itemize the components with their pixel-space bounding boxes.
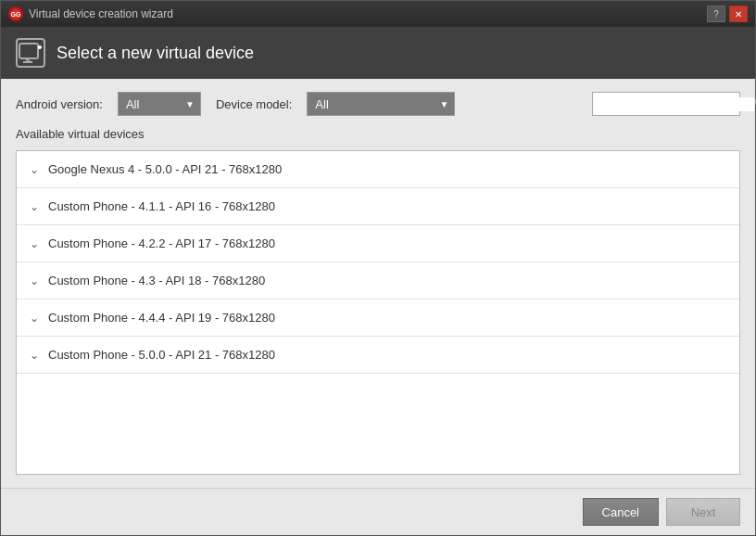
header-icon [16,38,45,68]
device-list[interactable]: ⌄ Google Nexus 4 - 5.0.0 - API 21 - 768x… [17,151,739,474]
title-bar-controls: ? ✕ [707,6,748,22]
list-item[interactable]: ⌄ Custom Phone - 4.4.4 - API 19 - 768x12… [17,300,739,337]
list-item[interactable]: ⌄ Custom Phone - 4.2.2 - API 17 - 768x12… [17,225,739,262]
chevron-down-icon: ⌄ [30,163,39,176]
device-list-inner: ⌄ Google Nexus 4 - 5.0.0 - API 21 - 768x… [17,151,739,374]
android-version-dropdown[interactable]: All 4.1.1 4.2.2 4.3 4.4.4 5.0.0 [119,93,200,115]
dialog-header: Select a new virtual device [1,27,755,79]
dialog-title: Select a new virtual device [57,44,254,63]
device-model-select[interactable]: All Google Nexus 4 Custom Phone ▼ [307,92,455,116]
list-item[interactable]: ⌄ Custom Phone - 5.0.0 - API 21 - 768x12… [17,337,739,374]
next-button[interactable]: Next [666,498,740,526]
device-name: Google Nexus 4 - 5.0.0 - API 21 - 768x12… [48,162,282,176]
device-model-dropdown[interactable]: All Google Nexus 4 Custom Phone [308,93,454,115]
android-version-select[interactable]: All 4.1.1 4.2.2 4.3 4.4.4 5.0.0 ▼ [118,92,201,116]
cancel-button[interactable]: Cancel [583,498,659,526]
device-model-label: Device model: [216,97,292,111]
filters-row: Android version: All 4.1.1 4.2.2 4.3 4.4… [16,92,740,116]
chevron-down-icon: ⌄ [30,349,39,362]
device-name: Custom Phone - 4.3 - API 18 - 768x1280 [48,274,265,287]
svg-rect-2 [19,44,38,58]
device-name: Custom Phone - 4.1.1 - API 16 - 768x1280 [48,199,275,213]
chevron-down-icon: ⌄ [30,312,39,325]
chevron-down-icon: ⌄ [30,274,39,287]
close-button[interactable]: ✕ [729,6,748,22]
list-item[interactable]: ⌄ Google Nexus 4 - 5.0.0 - API 21 - 768x… [17,151,739,188]
title-bar: GG Virtual device creation wizard ? ✕ [1,1,755,27]
dialog-footer: Cancel Next [1,488,755,535]
device-name: Custom Phone - 4.4.4 - API 19 - 768x1280 [48,311,275,325]
search-box[interactable]: 🔍 [592,92,740,116]
device-name: Custom Phone - 5.0.0 - API 21 - 768x1280 [48,348,275,362]
chevron-down-icon: ⌄ [30,237,39,250]
app-icon: GG [8,6,23,21]
device-list-container: ⌄ Google Nexus 4 - 5.0.0 - API 21 - 768x… [16,150,740,475]
chevron-down-icon: ⌄ [30,200,39,213]
list-item[interactable]: ⌄ Custom Phone - 4.1.1 - API 16 - 768x12… [17,188,739,225]
help-button[interactable]: ? [707,6,725,22]
main-window: GG Virtual device creation wizard ? ✕ Se… [0,0,756,536]
section-title: Available virtual devices [16,127,740,141]
content-area: Android version: All 4.1.1 4.2.2 4.3 4.4… [1,79,755,488]
search-input[interactable] [598,97,754,111]
android-version-label: Android version: [16,97,103,111]
device-name: Custom Phone - 4.2.2 - API 17 - 768x1280 [48,236,275,250]
list-item[interactable]: ⌄ Custom Phone - 4.3 - API 18 - 768x1280 [17,262,739,300]
window-title: Virtual device creation wizard [29,7,701,20]
svg-text:GG: GG [11,11,21,18]
